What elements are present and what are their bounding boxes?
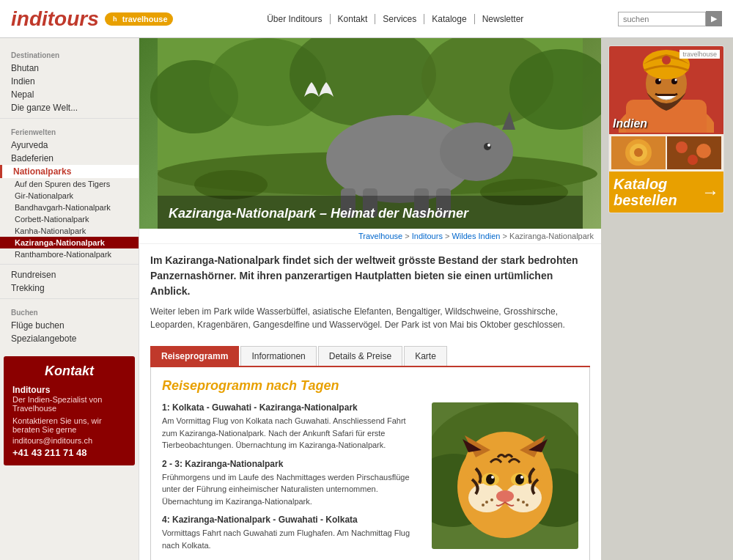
svg-point-39 [517,498,520,501]
contact-box-title: Kontakt [12,364,126,379]
nav-contact[interactable]: Kontakt [331,14,376,24]
sidebar-item-badeferien[interactable]: Badeferien [0,152,139,165]
sidebar-item-corbett[interactable]: Corbett-Nationalpark [0,213,139,225]
catalog-box[interactable]: travelhouse [608,45,724,213]
svg-point-38 [482,504,485,506]
contact-company: Inditours [12,385,126,395]
tab-informationen[interactable]: Informationen [240,346,316,366]
sidebar-item-fluege[interactable]: Flüge buchen [0,319,139,332]
contact-email[interactable]: inditours@inditours.ch [12,436,126,445]
svg-point-60 [634,148,643,157]
breadcrumb-current: Kaziranga-Nationalpark [509,232,594,240]
sidebar-section-destinationen: Destinationen [0,45,139,62]
sidebar-item-ayurveda[interactable]: Ayurveda [0,139,139,152]
sidebar-divider-3 [0,298,139,299]
hero-image: Kaziranga-Nationalpark – Heimat der Nash… [139,38,601,229]
catalog-top: travelhouse [609,46,723,134]
contact-box: Kontakt Inditours Der Indien-Spezialist … [4,356,135,465]
svg-point-62 [676,141,688,153]
nav-about[interactable]: Über Inditours [259,14,330,24]
svg-point-35 [496,490,514,502]
svg-point-16 [487,144,490,147]
sidebar-item-ranthambore[interactable]: Ranthambore-Nationalpark [0,248,139,260]
svg-point-15 [484,143,491,150]
breadcrumb-travelhouse[interactable]: Travelhouse [358,232,402,240]
tiger-image [432,402,578,549]
tab-karte[interactable]: Karte [404,346,447,366]
main-content: Kaziranga-Nationalpark – Heimat der Nash… [139,38,601,560]
search-button[interactable]: ▶ [706,11,722,26]
svg-point-17 [194,170,268,199]
breadcrumb-wildes-indien[interactable]: Wildes Indien [452,232,500,240]
sidebar-divider-2 [0,264,139,265]
contact-invite: Kontaktieren Sie uns, wir beraten Sie ge… [12,416,126,434]
sidebar-item-nepal[interactable]: Nepal [0,88,139,101]
contact-desc: Der Indien-Spezialist von Travelhouse [12,395,126,413]
svg-point-63 [696,144,711,158]
svg-point-9 [440,122,513,181]
travelhouse-label: travelhouse [122,15,168,23]
nav-kataloge[interactable]: Kataloge [424,14,474,24]
svg-point-34 [520,476,523,479]
page-layout: Destinationen Bhutan Indien Nepal Die ga… [0,38,733,560]
svg-point-33 [491,476,494,479]
nav-newsletter[interactable]: Newsletter [475,14,531,24]
svg-point-54 [675,78,677,81]
contact-phone: +41 43 211 71 48 [12,447,126,458]
catalog-bottom[interactable]: Katalogbestellen → [609,172,723,213]
breadcrumb-inditours[interactable]: Inditours [412,232,443,240]
day-1-title: 1: Kolkata - Guwahati - Kaziranga-Nation… [162,402,421,413]
intro-body: Weiter leben im Park wilde Wasserbüffel,… [150,305,590,331]
day-3-title: 4: Kaziranga-Nationalpark - Guwahati - K… [162,515,421,525]
tab-content-area: Reiseprogramm nach Tagen 1: Kolkata - Gu… [150,367,590,560]
sidebar-item-trekking[interactable]: Trekking [0,281,139,295]
intro-section: Im Kaziranga-Nationalpark findet sich de… [139,244,601,337]
nav-services[interactable]: Services [375,14,424,24]
tab-content-title: Reiseprogramm nach Tagen [162,378,578,394]
program-layout: 1: Kolkata - Guwahati - Kaziranga-Nation… [162,402,578,559]
sidebar-item-kaziranga[interactable]: Kaziranga-Nationalpark [0,237,139,248]
svg-point-56 [662,56,671,65]
svg-point-32 [515,474,524,485]
catalog-label: Katalogbestellen [614,176,677,208]
sidebar-item-gir[interactable]: Gir-Nationalpark [0,190,139,202]
svg-point-64 [688,155,698,165]
catalog-arrow-icon: → [701,182,719,202]
sidebar-section-buchen: Buchen [0,303,139,319]
svg-point-53 [659,78,661,81]
sidebar-item-rundreisen[interactable]: Rundreisen [0,268,139,281]
sidebar-item-die-ganze-welt[interactable]: Die ganze Welt... [0,101,139,114]
svg-point-31 [486,474,495,485]
day-3-text: Vormittags Fahrt nach Guwahati zum Flugh… [162,527,421,551]
main-nav: Über Inditours Kontakt Services Kataloge… [259,14,531,24]
content-tabs: Reiseprogramm Informationen Details & Pr… [150,346,590,367]
search-input[interactable] [618,12,706,26]
day-1-text: Am Vormittag Flug von Kolkata nach Guwah… [162,415,421,452]
sidebar-section-ferienwelten: Ferienwelten [0,122,139,139]
sidebar-item-nationalparks[interactable]: Nationalparks [0,165,139,178]
svg-text:Kaziranga-Nationalpark – Heima: Kaziranga-Nationalpark – Heimat der Nash… [169,206,469,221]
intro-lead: Im Kaziranga-Nationalpark findet sich de… [150,253,590,299]
header: inditours h travelhouse Über Inditours K… [0,0,733,38]
day-2-text: Frühmorgens und im Laufe des Nachmittage… [162,471,421,508]
svg-point-36 [490,498,493,501]
sidebar-item-bhutan[interactable]: Bhutan [0,62,139,75]
sidebar-item-spuren-tiger[interactable]: Auf den Spuren des Tigers [0,178,139,190]
sidebar: Destinationen Bhutan Indien Nepal Die ga… [0,38,139,560]
search-area: ▶ [618,11,722,26]
sidebar-divider-1 [0,118,139,119]
sidebar-item-kanha[interactable]: Kanha-Nationalpark [0,225,139,237]
svg-point-40 [522,501,525,504]
sidebar-item-bandhavgarh[interactable]: Bandhavgarh-Nationalpark [0,202,139,213]
sidebar-item-indien[interactable]: Indien [0,75,139,88]
right-panel: travelhouse [601,38,733,560]
day-2-title: 2 - 3: Kaziranga-Nationalpark [162,459,421,469]
program-text: 1: Kolkata - Guwahati - Kaziranga-Nation… [162,402,421,559]
svg-point-41 [526,504,528,506]
catalog-india-label: Indien [613,117,647,130]
sidebar-item-spezialangebote[interactable]: Spezialangebote [0,332,139,345]
tab-reiseprogramm[interactable]: Reiseprogramm [150,346,239,366]
logo-inditours[interactable]: inditours [11,7,99,31]
tab-details-preise[interactable]: Details & Preise [318,346,402,366]
logo-travelhouse[interactable]: h travelhouse [105,12,173,26]
